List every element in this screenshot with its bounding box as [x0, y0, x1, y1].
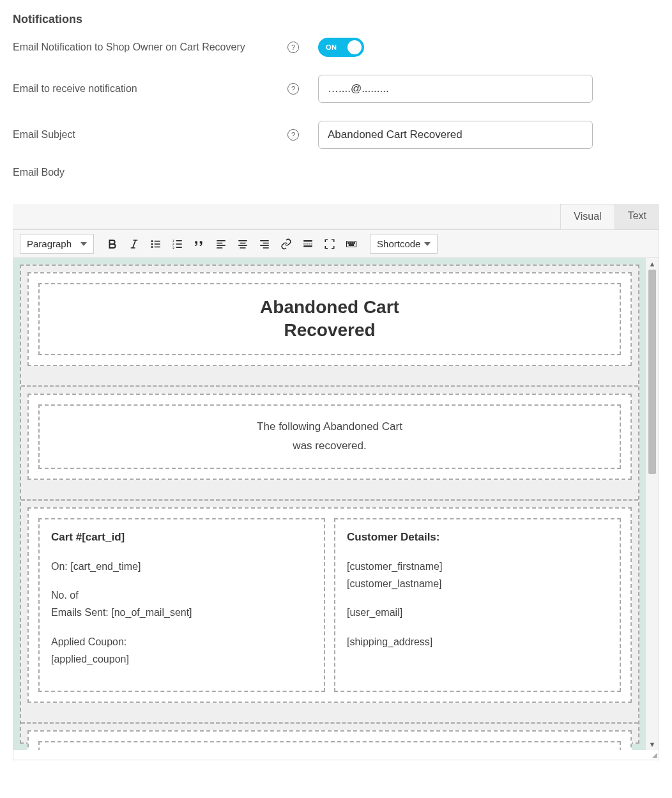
- ordered-list-icon[interactable]: 123: [168, 234, 187, 254]
- resize-handle-icon[interactable]: ◢: [13, 750, 659, 760]
- customer-lastname: [customer_lastname]: [347, 575, 608, 592]
- svg-rect-19: [238, 240, 247, 242]
- vertical-scrollbar[interactable]: ▲ ▼: [646, 258, 659, 750]
- help-icon[interactable]: ?: [287, 129, 299, 141]
- hero-title-line2: Recovered: [284, 320, 375, 340]
- tab-text[interactable]: Text: [615, 204, 659, 229]
- svg-rect-32: [350, 242, 351, 243]
- help-icon[interactable]: ?: [287, 83, 299, 95]
- chevron-down-icon: [424, 242, 431, 246]
- svg-rect-24: [263, 242, 269, 243]
- link-icon[interactable]: [277, 234, 296, 254]
- svg-rect-28: [303, 243, 312, 244]
- customer-firstname: [customer_firstname]: [347, 558, 608, 575]
- shortcode-dropdown[interactable]: Shortcode: [370, 234, 438, 254]
- scroll-down-icon[interactable]: ▼: [649, 739, 656, 750]
- email-subject-label: Email Subject: [13, 129, 287, 141]
- svg-rect-31: [348, 242, 349, 243]
- svg-rect-6: [155, 240, 160, 242]
- svg-point-4: [151, 243, 153, 245]
- format-dropdown-label: Paragraph: [27, 238, 72, 249]
- svg-rect-14: [176, 247, 182, 248]
- svg-rect-29: [303, 245, 312, 247]
- align-left-icon[interactable]: [211, 234, 231, 254]
- blockquote-icon[interactable]: [190, 234, 209, 254]
- email-subject-input[interactable]: [318, 121, 593, 149]
- bold-icon[interactable]: [103, 234, 122, 254]
- email-to-input[interactable]: [318, 75, 593, 103]
- svg-rect-34: [354, 242, 355, 243]
- align-right-icon[interactable]: [255, 234, 274, 254]
- svg-point-3: [151, 240, 153, 242]
- customer-heading: Customer Details:: [347, 531, 608, 544]
- svg-rect-25: [260, 245, 269, 246]
- editor-canvas[interactable]: Abandoned Cart Recovered The following A…: [13, 258, 646, 750]
- svg-point-5: [151, 246, 153, 248]
- svg-rect-33: [352, 242, 353, 243]
- email-body-label: Email Body: [13, 167, 659, 178]
- svg-text:3: 3: [172, 245, 174, 249]
- svg-rect-12: [176, 240, 182, 242]
- svg-rect-35: [349, 244, 354, 245]
- svg-rect-26: [263, 247, 269, 249]
- svg-rect-22: [240, 247, 246, 249]
- unordered-list-icon[interactable]: [146, 234, 165, 254]
- svg-rect-7: [155, 243, 160, 245]
- svg-rect-16: [217, 242, 222, 243]
- scroll-up-icon[interactable]: ▲: [649, 258, 656, 270]
- email-notification-toggle[interactable]: ON: [318, 38, 364, 57]
- svg-rect-17: [217, 245, 225, 246]
- svg-rect-15: [217, 240, 225, 242]
- customer-email: [user_email]: [347, 604, 608, 621]
- cart-emails-1: No. of: [51, 587, 312, 604]
- svg-rect-27: [303, 240, 312, 242]
- fullscreen-icon[interactable]: [320, 234, 339, 254]
- svg-rect-18: [217, 247, 222, 249]
- intro-line2: was recovered.: [293, 440, 366, 452]
- svg-rect-20: [240, 242, 246, 243]
- email-to-label: Email to receive notification: [13, 83, 287, 95]
- svg-rect-23: [260, 240, 269, 242]
- italic-icon[interactable]: [125, 234, 144, 254]
- toggle-field-label: Email Notification to Shop Owner on Cart…: [13, 42, 287, 53]
- cart-coupon-1: Applied Coupon:: [51, 633, 312, 650]
- section-title: Notifications: [13, 13, 659, 26]
- help-icon[interactable]: ?: [287, 42, 299, 53]
- svg-rect-13: [176, 243, 182, 245]
- customer-shipping: [shipping_address]: [347, 633, 608, 650]
- format-dropdown[interactable]: Paragraph: [20, 234, 94, 254]
- scroll-thumb[interactable]: [648, 270, 656, 474]
- cart-coupon-2: [applied_coupon]: [51, 650, 312, 668]
- tab-visual[interactable]: Visual: [560, 204, 615, 229]
- cart-on: On: [cart_end_time]: [51, 558, 312, 575]
- cart-heading: Cart #[cart_id]: [51, 531, 312, 544]
- svg-rect-30: [347, 241, 356, 247]
- svg-rect-21: [238, 245, 247, 246]
- toggle-knob: [347, 40, 362, 54]
- svg-line-2: [133, 240, 136, 248]
- insert-more-icon[interactable]: [298, 234, 317, 254]
- align-center-icon[interactable]: [233, 234, 252, 254]
- cart-emails-2: Emails Sent: [no_of_mail_sent]: [51, 604, 312, 621]
- hero-title-line1: Abandoned Cart: [260, 297, 399, 317]
- toggle-state-label: ON: [318, 43, 337, 51]
- keyboard-icon[interactable]: [342, 234, 361, 254]
- svg-rect-8: [155, 246, 160, 247]
- editor-toolbar: Paragraph 123 Shortcode: [13, 229, 659, 258]
- shortcode-dropdown-label: Shortcode: [377, 238, 420, 249]
- chevron-down-icon: [80, 242, 87, 246]
- intro-line1: The following Abandoned Cart: [257, 420, 402, 433]
